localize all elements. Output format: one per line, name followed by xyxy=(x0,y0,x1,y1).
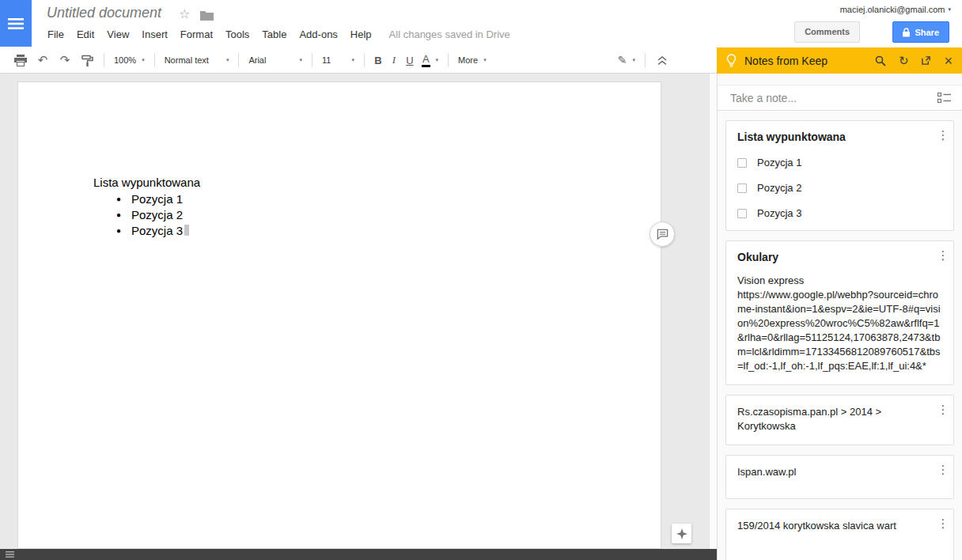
lightbulb-icon xyxy=(726,54,737,67)
note-body: 159/2014 korytkowska slavica wart xyxy=(737,519,942,557)
take-a-note-input[interactable] xyxy=(729,91,937,105)
print-button[interactable] xyxy=(11,51,30,70)
kebab-icon: ⋮ xyxy=(937,128,949,142)
checkbox[interactable] xyxy=(737,184,747,193)
note-menu-button[interactable]: ⋮ xyxy=(937,463,949,477)
chevron-down-icon: ▾ xyxy=(351,57,354,63)
lock-icon xyxy=(903,28,910,37)
redo-button[interactable]: ↷ xyxy=(55,51,74,70)
double-chevron-up-icon xyxy=(657,55,668,66)
account-email: maciej.olanicki@gmail.com xyxy=(840,5,945,14)
docs-menu-button[interactable] xyxy=(0,0,32,47)
menu-insert[interactable]: Insert xyxy=(135,26,174,43)
font-value: Arial xyxy=(248,55,266,65)
menu-help[interactable]: Help xyxy=(344,26,378,43)
chevron-down-icon: ▾ xyxy=(948,6,951,13)
save-status[interactable]: All changes saved in Drive xyxy=(389,28,510,40)
undo-icon: ↶ xyxy=(38,53,48,67)
bullet-icon: ● xyxy=(116,226,131,235)
doc-bullet-item[interactable]: ●Pozycja 1 xyxy=(93,191,200,206)
printer-icon xyxy=(14,55,27,66)
toolbar: ↶ ↷ 100% ▾ Normal text ▾ Arial ▾ 11 ▾ xyxy=(0,47,717,74)
note-body: Ispan.waw.pl xyxy=(737,465,942,487)
search-icon xyxy=(875,55,886,66)
doc-heading[interactable]: Lista wypunktowana xyxy=(93,175,200,191)
text-color-button[interactable]: A ▾ xyxy=(418,51,442,70)
font-select[interactable]: Arial ▾ xyxy=(244,51,306,70)
paint-format-button[interactable] xyxy=(78,51,97,70)
menu-format[interactable]: Format xyxy=(174,26,219,43)
comment-icon xyxy=(657,229,668,240)
menu-edit[interactable]: Edit xyxy=(70,26,100,43)
paragraph-style-value: Normal text xyxy=(165,55,209,65)
keep-note-card-czasopisma[interactable]: ⋮ Rs.czasopisma.pan.pl > 2014 > Korytkow… xyxy=(725,395,954,445)
checklist-item: Pozycja 2 xyxy=(737,182,942,194)
chevron-down-icon: ▾ xyxy=(436,57,439,63)
menu-tools[interactable]: Tools xyxy=(219,26,256,43)
undo-button[interactable]: ↶ xyxy=(33,51,52,70)
explore-button[interactable] xyxy=(672,524,691,543)
keep-panel-header: Notes from Keep ↻ × xyxy=(717,47,962,74)
take-a-note-bar[interactable] xyxy=(718,85,962,111)
keep-panel-body: Lista wypunktowana ⋮ Pozycja 1 Pozycja 2… xyxy=(717,74,962,560)
star-icon[interactable]: ☆ xyxy=(179,6,190,21)
keep-note-card-okulary[interactable]: Okulary ⋮ Vision express https://www.goo… xyxy=(725,240,954,385)
editing-mode-button[interactable]: ✎ ▾ xyxy=(614,51,639,70)
menu-file[interactable]: File xyxy=(41,26,70,43)
comments-button[interactable]: Comments xyxy=(794,21,860,43)
keep-note-card-ispan[interactable]: ⋮ Ispan.waw.pl xyxy=(725,455,954,499)
document-scrollbar[interactable] xyxy=(709,74,717,549)
menu-addons[interactable]: Add-ons xyxy=(293,26,343,43)
font-size-select[interactable]: 11 ▾ xyxy=(318,51,358,70)
note-title: Okulary xyxy=(737,251,942,263)
toolbar-separator xyxy=(238,53,239,67)
note-line: Vision express xyxy=(737,274,942,288)
close-panel-button[interactable]: × xyxy=(944,55,953,66)
note-menu-button[interactable]: ⋮ xyxy=(937,128,949,142)
folder-icon[interactable] xyxy=(200,9,214,24)
redo-icon: ↷ xyxy=(60,53,70,67)
document-page[interactable]: Lista wypunktowana ●Pozycja 1 ●Pozycja 2… xyxy=(17,81,661,549)
checkbox[interactable] xyxy=(737,209,747,218)
add-comment-button[interactable] xyxy=(650,221,675,247)
collapse-toolbar-button[interactable] xyxy=(653,51,672,70)
paint-roller-icon xyxy=(81,55,93,66)
menu-view[interactable]: View xyxy=(100,26,135,43)
paragraph-style-select[interactable]: Normal text ▾ xyxy=(161,51,233,70)
note-menu-button[interactable]: ⋮ xyxy=(937,516,949,531)
more-toolbar-button[interactable]: More ▾ xyxy=(454,51,490,70)
new-list-icon[interactable] xyxy=(937,93,951,104)
refresh-button[interactable]: ↻ xyxy=(899,54,909,68)
italic-button[interactable]: I xyxy=(386,54,402,66)
doc-bullet-item[interactable]: ●Pozycja 3 xyxy=(93,222,200,238)
bottom-bar[interactable] xyxy=(0,549,717,560)
refresh-icon: ↻ xyxy=(899,54,909,68)
menu-table[interactable]: Table xyxy=(256,26,293,43)
open-in-new-icon xyxy=(921,55,931,66)
open-in-new-button[interactable] xyxy=(921,55,931,66)
checklist-label: Pozycja 2 xyxy=(757,182,801,194)
bullet-icon: ● xyxy=(116,210,131,219)
keep-note-card-lista[interactable]: Lista wypunktowana ⋮ Pozycja 1 Pozycja 2… xyxy=(725,120,954,231)
search-button[interactable] xyxy=(875,55,886,66)
share-button[interactable]: Share xyxy=(892,21,949,43)
note-body: Vision express https://www.google.pl/web… xyxy=(737,274,942,373)
bullet-icon: ● xyxy=(116,195,131,203)
bold-button[interactable]: B xyxy=(370,55,386,66)
note-menu-button[interactable]: ⋮ xyxy=(937,248,949,263)
account-menu[interactable]: maciej.olanicki@gmail.com ▾ xyxy=(840,5,951,14)
underline-button[interactable]: U xyxy=(402,55,418,66)
doc-item-text: Pozycja 3 xyxy=(131,224,183,237)
zoom-select[interactable]: 100% ▾ xyxy=(110,51,149,70)
document-title[interactable]: Untitled document xyxy=(47,5,161,21)
toolbar-separator xyxy=(645,53,646,67)
doc-bullet-item[interactable]: ●Pozycja 2 xyxy=(93,206,200,222)
share-label: Share xyxy=(915,28,939,37)
note-title: Lista wypunktowana xyxy=(737,131,942,143)
note-menu-button[interactable]: ⋮ xyxy=(937,403,949,417)
toolbar-separator xyxy=(154,53,155,67)
chevron-down-icon: ▾ xyxy=(632,57,635,63)
checkbox[interactable] xyxy=(737,158,747,168)
keep-note-card-korytkowska[interactable]: ⋮ 159/2014 korytkowska slavica wart xyxy=(725,509,954,560)
kebab-icon: ⋮ xyxy=(937,248,949,262)
